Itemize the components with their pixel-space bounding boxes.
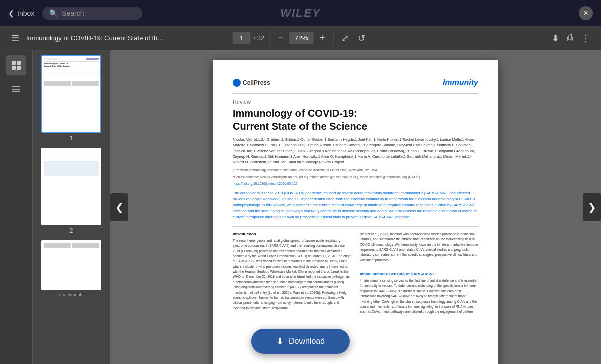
sidebar-outline-icon[interactable]: [6, 79, 26, 99]
svg-rect-0: [12, 61, 16, 65]
thumbnail-image-3: [41, 240, 101, 290]
zoom-in-button[interactable]: +: [317, 30, 328, 46]
document-title: Immunology of COVID-19: Current State of…: [26, 34, 166, 42]
innate-heading: Innate Immune Sensing of SARS-CoV-2: [360, 272, 478, 276]
two-column-section: Introduction The recent emergence and ra…: [233, 232, 478, 315]
svg-rect-3: [17, 66, 21, 70]
article-title: Immunology of COVID-19: Current State of…: [233, 107, 478, 133]
page-number-input[interactable]: [233, 32, 251, 44]
column-left: Introduction The recent emergence and ra…: [233, 232, 352, 315]
immunity-label: Immunity: [443, 78, 478, 87]
svg-rect-4: [12, 86, 20, 87]
top-bar: ❮ Inbox 🔍 Search WILEY ×: [0, 0, 601, 26]
download-icon: ⬇: [276, 336, 284, 347]
next-page-button[interactable]: ❯: [583, 193, 601, 221]
column-right: (Vabret et al., 2020), together with pee…: [360, 232, 478, 315]
fit-page-button[interactable]: ⤢: [338, 30, 352, 47]
correspondence: *Correspondence: nicolas.vabret@mssm.edu…: [233, 175, 478, 180]
sidebar-thumbnail-icon[interactable]: [6, 55, 26, 75]
thumbnail-label-1: 1: [70, 135, 73, 142]
thumbnail-label-2: 2: [70, 227, 73, 234]
search-placeholder: Search: [62, 9, 84, 17]
menu-button[interactable]: ☰: [8, 30, 22, 47]
search-bar[interactable]: 🔍 Search: [42, 7, 142, 20]
watermark-title: WILEY: [280, 7, 321, 20]
zoom-out-button[interactable]: −: [275, 30, 286, 46]
back-label: Inbox: [17, 9, 34, 17]
separator-1: [233, 93, 478, 94]
innate-body-text: Innate immune sensing serves as the firs…: [360, 278, 478, 315]
thumbnail-panel: Immunology of COVID-19:Current State of …: [33, 50, 110, 364]
svg-rect-1: [17, 61, 21, 65]
thumbnail-page-1[interactable]: Immunology of COVID-19:Current State of …: [38, 55, 105, 142]
pdf-toolbar: ☰ Immunology of COVID-19: Current State …: [0, 26, 601, 50]
divider: [269, 31, 270, 45]
more-options-button[interactable]: ⋮: [578, 30, 593, 47]
download-toolbar-button[interactable]: ⬇: [549, 30, 562, 47]
doi-link[interactable]: https://doi.org/10.1016/j.immuni.2020.05…: [233, 182, 478, 185]
attachments-label: attachments: [59, 292, 83, 297]
thumbnail-page-3[interactable]: attachments: [38, 240, 105, 297]
print-button[interactable]: ⎙: [564, 30, 576, 46]
download-button[interactable]: ⬇ Download: [251, 329, 350, 354]
page-separator: / 32: [254, 34, 265, 42]
search-icon: 🔍: [49, 9, 58, 17]
main-area: Immunology of COVID-19:Current State of …: [0, 50, 601, 364]
separator-2: [233, 226, 478, 227]
affiliation: 1Precision Immunology Institute at the I…: [233, 168, 478, 173]
zoom-input[interactable]: [289, 32, 314, 44]
intro-body-text-right: (Vabret et al., 2020), together with pee…: [360, 232, 478, 263]
back-icon: ❮: [8, 9, 14, 17]
cellpress-icon: [233, 79, 241, 87]
thumbnail-image-1: Immunology of COVID-19:Current State of …: [41, 55, 101, 133]
thumbnail-image-2: [41, 148, 101, 225]
authors: Nicolas Vabret,1,2,* Graham J. Britton,1…: [233, 137, 478, 165]
back-button[interactable]: ❮ Inbox: [8, 9, 34, 17]
rotate-button[interactable]: ↺: [355, 30, 368, 47]
svg-rect-6: [12, 91, 20, 92]
pdf-logos: CellPress Immunity: [233, 78, 478, 87]
cellpress-text: CellPress: [243, 79, 270, 86]
intro-body-text: The recent emergence and rapid global sp…: [233, 238, 352, 311]
svg-rect-5: [12, 89, 20, 90]
abstract-text: The coronavirus disease 2019 (COVID-19) …: [233, 190, 478, 220]
download-label: Download: [289, 337, 325, 346]
divider-2: [333, 31, 333, 45]
thumbnail-page-2[interactable]: 2: [38, 148, 105, 234]
pdf-viewer[interactable]: CellPress Immunity Review Immunology of …: [110, 50, 601, 364]
pdf-page: CellPress Immunity Review Immunology of …: [213, 60, 498, 364]
cellpress-logo: CellPress: [233, 79, 270, 87]
review-tag: Review: [233, 99, 478, 105]
toolbar-right-actions: ⬇ ⎙ ⋮: [549, 30, 593, 47]
prev-page-button[interactable]: ❮: [110, 193, 128, 221]
left-sidebar: [0, 50, 33, 364]
svg-rect-2: [12, 66, 16, 70]
intro-heading: Introduction: [233, 232, 352, 236]
close-button[interactable]: ×: [579, 6, 593, 20]
